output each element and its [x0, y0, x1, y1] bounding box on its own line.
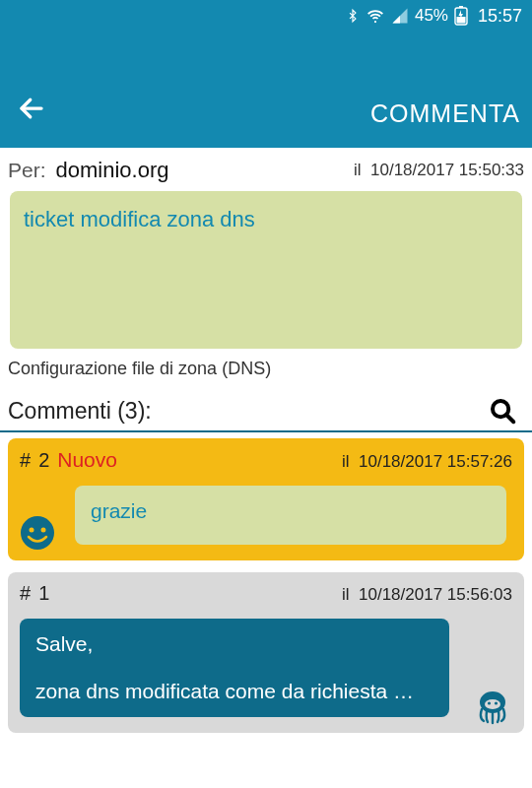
svg-point-11: [488, 701, 491, 704]
svg-point-12: [495, 701, 498, 704]
comment-timestamp: il 10/18/2017 15:56:03: [342, 585, 512, 605]
comment-body: Salve, zona dns modificata come da richi…: [20, 619, 449, 717]
app-bar: COMMENTA: [0, 32, 532, 148]
ticket-timestamp: il 10/18/2017 15:50:33: [354, 161, 524, 180]
ticket-header: Per: dominio.org il 10/18/2017 15:50:33: [0, 148, 532, 191]
back-button[interactable]: [12, 89, 51, 128]
svg-rect-2: [456, 17, 465, 24]
svg-point-8: [41, 528, 46, 533]
comments-heading: Commenti (3):: [8, 398, 152, 425]
battery-percent: 45%: [415, 6, 448, 26]
battery-icon: [454, 6, 468, 26]
comments-header: Commenti (3):: [0, 393, 532, 432]
per-label: Per:: [8, 159, 46, 182]
comment-meta: # 2 Nuovo il 10/18/2017 15:57:26: [20, 448, 512, 472]
comment-index: # 2 Nuovo: [20, 448, 117, 472]
avatar-agent-icon: [473, 686, 512, 725]
svg-point-10: [485, 699, 500, 709]
comment-index: # 1: [20, 582, 49, 605]
search-button[interactable]: [485, 393, 520, 428]
status-bar: 45% 15:57: [0, 0, 532, 32]
app-root: 45% 15:57 COMMENTA Per: dominio.org il 1…: [0, 0, 532, 788]
comment-item[interactable]: # 1 il 10/18/2017 15:56:03 Salve, zona d…: [8, 572, 524, 733]
comment-meta: # 1 il 10/18/2017 15:56:03: [20, 582, 512, 605]
per-domain: dominio.org: [56, 158, 169, 183]
svg-rect-1: [459, 6, 463, 8]
ticket-category: Configurazione file di zona (DNS): [0, 359, 532, 393]
comment-item[interactable]: # 2 Nuovo il 10/18/2017 15:57:26 grazie: [8, 438, 524, 560]
comment-body: grazie: [75, 486, 506, 545]
clock-text: 15:57: [478, 6, 522, 27]
new-badge: Nuovo: [57, 448, 117, 472]
svg-line-5: [506, 415, 513, 422]
bluetooth-icon: [346, 7, 360, 25]
per-field: Per: dominio.org: [8, 158, 168, 183]
svg-point-7: [30, 528, 34, 533]
page-title: COMMENTA: [370, 99, 520, 128]
comment-timestamp: il 10/18/2017 15:57:26: [342, 452, 512, 472]
ticket-subject: ticket modifica zona dns: [24, 207, 508, 232]
svg-point-6: [21, 516, 54, 550]
wifi-icon: [366, 7, 385, 25]
signal-icon: [391, 7, 409, 25]
ticket-body[interactable]: ticket modifica zona dns: [10, 191, 522, 349]
avatar-user-icon: [18, 513, 57, 553]
